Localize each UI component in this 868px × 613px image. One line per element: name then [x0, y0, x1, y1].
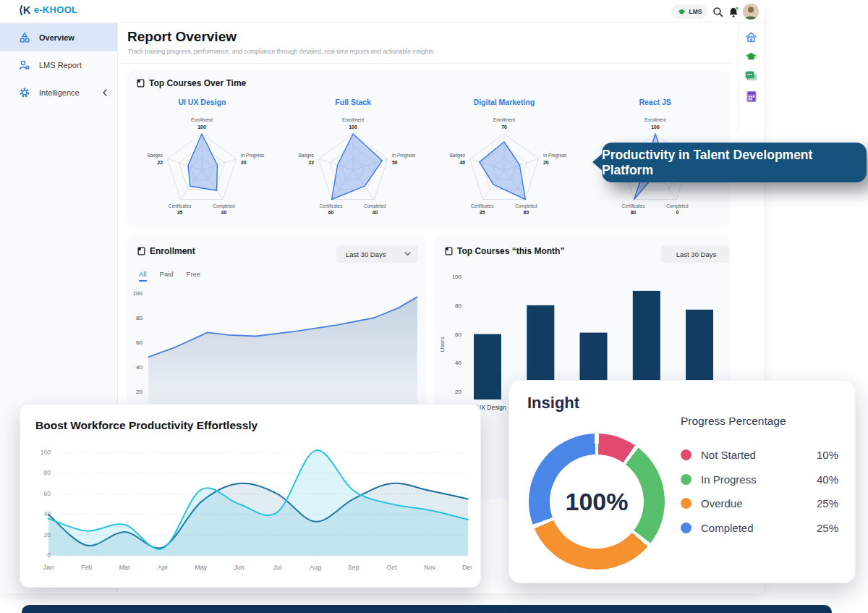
report-person-icon — [19, 59, 30, 71]
svg-text:60: 60 — [455, 331, 461, 338]
page-title: Report Overview — [127, 29, 237, 45]
workforce-line-chart: 100806040200JanFebMarAprMayJunJulAugSepO… — [30, 439, 472, 581]
card-title: Top Courses Over Time — [149, 78, 246, 88]
svg-text:50: 50 — [392, 160, 398, 165]
legend-row: In Progress40% — [681, 468, 838, 492]
search-icon[interactable] — [712, 6, 725, 19]
tab-paid[interactable]: Paid — [160, 270, 174, 282]
svg-text:Users: Users — [439, 337, 446, 352]
report-doc-icon — [137, 79, 145, 88]
svg-text:20: 20 — [136, 389, 142, 395]
svg-text:Jan: Jan — [43, 564, 54, 571]
notifications-bell-icon[interactable] — [727, 6, 740, 19]
svg-text:Certificates: Certificates — [320, 203, 343, 208]
sidebar-item-lms-report[interactable]: LMS Report — [0, 51, 117, 79]
svg-text:70: 70 — [501, 124, 507, 130]
svg-text:40: 40 — [136, 364, 142, 371]
progress-legend: Not Started10%In Progress40%Overdue25%Co… — [681, 443, 838, 540]
svg-text:20: 20 — [455, 389, 461, 395]
divider — [121, 63, 731, 64]
svg-text:Completed: Completed — [515, 203, 537, 209]
app-logo[interactable]: ⟨K e-KHOOL — [19, 4, 77, 15]
calculator-icon[interactable] — [746, 90, 757, 103]
svg-text:22: 22 — [309, 160, 315, 165]
donut-hole: 100% — [550, 455, 644, 549]
svg-text:100: 100 — [349, 124, 357, 130]
logo-k-icon: ⟨K — [19, 4, 31, 15]
svg-text:60: 60 — [43, 490, 51, 497]
svg-text:0: 0 — [676, 210, 678, 215]
bottom-banner-edge — [22, 605, 832, 613]
svg-text:80: 80 — [630, 210, 636, 215]
tab-free[interactable]: Free — [187, 270, 201, 282]
chat-icon[interactable] — [744, 70, 758, 83]
legend-dot-icon — [681, 523, 692, 533]
insight-title: Insight — [527, 394, 579, 413]
top-bar: ⟨K e-KHOOL LMS — [0, 0, 764, 23]
legend-dot-icon — [681, 498, 692, 509]
graduation-cap-icon[interactable] — [744, 51, 758, 62]
svg-text:Dec: Dec — [462, 564, 472, 571]
svg-text:40: 40 — [459, 160, 465, 165]
svg-text:40: 40 — [455, 360, 461, 366]
user-avatar[interactable] — [743, 4, 759, 20]
svg-text:100: 100 — [198, 124, 207, 130]
svg-text:100: 100 — [133, 290, 143, 297]
enrollment-range-dropdown[interactable]: Last 30 Days — [336, 245, 418, 263]
svg-text:Apr: Apr — [158, 564, 168, 571]
svg-text:Jun: Jun — [234, 564, 244, 571]
svg-text:Enrollment: Enrollment — [191, 117, 213, 122]
enrollment-tabs: All Paid Free — [139, 270, 200, 282]
donut-center-value: 100% — [566, 488, 629, 516]
report-doc-icon — [445, 247, 453, 255]
radar-polygon — [480, 142, 526, 200]
insight-card: Insight Progress Percentage 100% Not Sta… — [509, 380, 856, 583]
svg-text:Certificates: Certificates — [471, 203, 494, 208]
radar-chart-digital: Enrollment70In Progress20Completed80Cert… — [439, 106, 569, 219]
sidebar-item-overview[interactable]: Overview — [0, 24, 117, 51]
svg-text:Feb: Feb — [81, 564, 92, 571]
svg-text:Nov: Nov — [424, 564, 435, 571]
radar-title: React JS — [639, 98, 671, 106]
chevron-left-icon[interactable] — [101, 88, 109, 97]
svg-text:Oct: Oct — [386, 564, 396, 571]
home-icon[interactable] — [744, 30, 758, 43]
svg-text:Sep: Sep — [348, 564, 359, 571]
svg-text:Mar: Mar — [119, 564, 130, 571]
svg-text:Certificates: Certificates — [621, 203, 644, 208]
tab-all[interactable]: All — [139, 270, 147, 282]
boost-workforce-card: Boost Workforce Productivity Effortlessl… — [20, 404, 481, 588]
legend-row: Not Started10% — [681, 443, 838, 468]
radar-title: Full Stack — [335, 98, 371, 106]
legend-label: In Progress — [701, 473, 757, 486]
sidebar-item-intelligence[interactable]: Intelligence — [0, 79, 117, 106]
boost-title: Boost Workforce Productivity Effortlessl… — [35, 419, 258, 432]
svg-text:Badges: Badges — [450, 153, 465, 158]
legend-dot-icon — [681, 449, 692, 460]
legend-value: 25% — [817, 497, 838, 510]
chevron-down-icon — [404, 252, 411, 256]
radar-fullstack: Full Stack Enrollment100In Progress50Com… — [278, 90, 429, 219]
avatar-person-icon — [743, 4, 759, 20]
svg-text:35: 35 — [480, 210, 485, 215]
svg-text:80: 80 — [136, 315, 142, 321]
svg-text:100: 100 — [41, 449, 51, 456]
lms-badge[interactable]: LMS — [671, 4, 707, 19]
logo-text: e-KHOOL — [34, 4, 78, 15]
svg-text:Badges: Badges — [148, 153, 163, 158]
svg-text:Jul: Jul — [273, 564, 281, 571]
svg-text:80: 80 — [455, 303, 461, 309]
svg-text:80: 80 — [523, 210, 529, 215]
overview-shapes-icon — [19, 32, 30, 43]
svg-text:80: 80 — [43, 469, 51, 476]
svg-text:20: 20 — [241, 160, 247, 165]
banner-text: Productivity in Talent Development Platf… — [602, 148, 867, 178]
legend-label: Not Started — [701, 449, 756, 461]
radar-title: Digital Marketing — [474, 98, 535, 106]
radar-chart-fullstack: Enrollment100In Progress50Completed40Cer… — [288, 106, 418, 219]
legend-label: Overdue — [701, 497, 743, 510]
screenshot-canvas: ⟨K e-KHOOL LMS — [0, 0, 868, 613]
card-title: Enrollment — [150, 246, 195, 256]
bars-range-dropdown[interactable]: Last 30 Days — [661, 245, 729, 263]
svg-text:Enrollment: Enrollment — [493, 117, 515, 122]
